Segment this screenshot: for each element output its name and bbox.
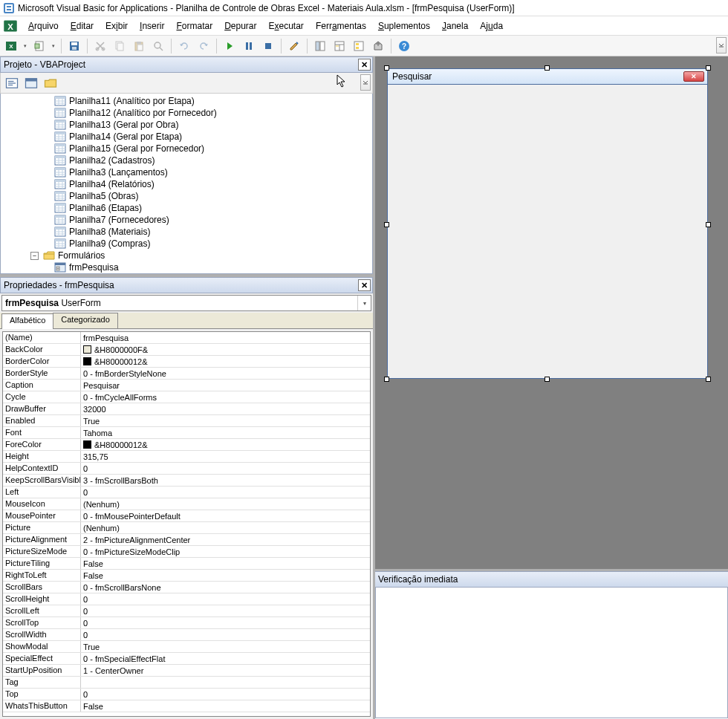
form-designer[interactable]: Pesquisar ✕ [375, 56, 728, 569]
menu-editar[interactable]: Editar [65, 19, 100, 33]
cut-icon[interactable] [92, 38, 108, 54]
tree-item[interactable]: Planilha5 (Obras) [1, 190, 372, 202]
property-row[interactable]: StartUpPosition1 - CenterOwner [3, 665, 370, 677]
menu-ajuda[interactable]: Ajuda [474, 19, 509, 33]
resize-handle[interactable] [384, 222, 389, 227]
property-row[interactable]: ScrollWidth0 [3, 629, 370, 641]
pause-icon[interactable] [241, 38, 257, 54]
menu-arquivo[interactable]: Arquivo [22, 19, 65, 33]
property-row[interactable]: WhatsThisButtonFalse [3, 700, 370, 712]
redo-icon[interactable] [195, 38, 212, 54]
tree-item[interactable]: −Formulários [1, 250, 372, 261]
object-browser-icon[interactable] [351, 38, 367, 54]
property-row[interactable]: Height315,75 [3, 451, 370, 463]
property-row[interactable]: ScrollHeight0 [3, 593, 370, 605]
view-object-icon[interactable] [23, 75, 39, 91]
menu-inserir[interactable]: Inserir [134, 19, 170, 33]
save-icon[interactable] [66, 38, 82, 54]
tab-categorized[interactable]: Categorizado [53, 313, 117, 328]
toolbox-icon[interactable] [370, 38, 386, 54]
resize-handle[interactable] [545, 65, 550, 71]
insert-item-icon[interactable] [31, 38, 48, 54]
property-row[interactable]: ScrollTop0 [3, 617, 370, 629]
resize-handle[interactable] [384, 377, 389, 382]
expander-icon[interactable]: − [30, 252, 39, 260]
property-row[interactable]: MousePointer0 - fmMousePointerDefault [3, 510, 370, 522]
property-row[interactable]: BackColor&H8000000F& [3, 344, 370, 356]
tree-item[interactable]: Planilha15 (Geral por Fornecedor) [1, 143, 372, 154]
excel-icon[interactable]: X [3, 19, 18, 33]
close-icon[interactable]: ✕ [358, 279, 371, 291]
userform-preview[interactable]: Pesquisar ✕ [387, 68, 708, 379]
undo-icon[interactable] [176, 38, 192, 54]
tree-item[interactable]: Planilha13 (Geral por Obra) [1, 119, 372, 131]
properties-object-selector[interactable]: frmPesquisa UserForm ▾ [1, 295, 371, 311]
paste-icon[interactable] [131, 38, 147, 54]
run-icon[interactable] [221, 38, 238, 54]
dropdown-arrow-icon[interactable]: ▾ [22, 43, 28, 49]
property-row[interactable]: (Name)frmPesquisa [3, 332, 370, 344]
tree-item[interactable]: Planilha14 (Geral por Etapa) [1, 131, 372, 143]
properties-grid[interactable]: (Name)frmPesquisaBackColor&H8000000F&Bor… [2, 331, 371, 717]
project-toolbar-overflow-icon[interactable] [360, 74, 371, 91]
menu-ferramentas[interactable]: Ferramentas [310, 19, 372, 33]
property-row[interactable]: ShowModalTrue [3, 641, 370, 653]
properties-window-icon[interactable] [331, 38, 348, 54]
toolbar-overflow-icon[interactable] [716, 37, 727, 53]
tree-item[interactable]: Planilha7 (Fornecedores) [1, 214, 372, 226]
property-row[interactable]: Picture(Nenhum) [3, 522, 370, 534]
close-icon[interactable]: ✕ [358, 59, 371, 71]
property-row[interactable]: Tag [3, 677, 370, 689]
tree-item[interactable]: Planilha12 (Analítico por Fornecedor) [1, 107, 372, 119]
close-icon[interactable]: ✕ [683, 71, 704, 82]
property-row[interactable]: Left0 [3, 487, 370, 498]
property-row[interactable]: FontTahoma [3, 427, 370, 439]
property-row[interactable]: HelpContextID0 [3, 463, 370, 475]
help-icon[interactable]: ? [396, 38, 412, 54]
tree-item[interactable]: Planilha2 (Cadastros) [1, 154, 372, 166]
dropdown-arrow-icon[interactable]: ▾ [357, 296, 371, 310]
tree-item[interactable]: Planilha6 (Etapas) [1, 202, 372, 214]
property-row[interactable]: ScrollLeft0 [3, 605, 370, 617]
property-row[interactable]: Top0 [3, 689, 370, 700]
tree-item[interactable]: Planilha8 (Materiais) [1, 226, 372, 238]
property-row[interactable]: PictureAlignment2 - fmPictureAlignmentCe… [3, 534, 370, 546]
tree-item[interactable]: Planilha9 (Compras) [1, 238, 372, 250]
property-row[interactable]: RightToLeftFalse [3, 570, 370, 582]
tree-item[interactable]: Planilha4 (Relatórios) [1, 178, 372, 190]
menu-depurar[interactable]: Depurar [218, 19, 262, 33]
tree-item[interactable]: Planilha11 (Analítico por Etapa) [1, 95, 372, 107]
property-row[interactable]: DrawBuffer32000 [3, 403, 370, 415]
project-explorer-icon[interactable] [312, 38, 328, 54]
menu-exibir[interactable]: Exibir [100, 19, 134, 33]
resize-handle[interactable] [706, 65, 711, 71]
menu-janela[interactable]: Janela [436, 19, 474, 33]
property-row[interactable]: EnabledTrue [3, 415, 370, 427]
resize-handle[interactable] [706, 222, 711, 227]
tree-item[interactable]: frmPesquisa [1, 261, 372, 273]
view-code-icon[interactable] [4, 75, 20, 91]
menu-executar[interactable]: Executar [263, 19, 310, 33]
resize-handle[interactable] [706, 377, 711, 382]
menu-suplementos[interactable]: Suplementos [372, 19, 436, 33]
design-mode-icon[interactable] [286, 38, 302, 54]
property-row[interactable]: BorderStyle0 - fmBorderStyleNone [3, 368, 370, 380]
userform-body[interactable] [387, 85, 708, 379]
copy-icon[interactable] [111, 38, 128, 54]
tab-alphabetic[interactable]: Alfabético [1, 313, 53, 329]
menu-formatar[interactable]: Formatar [170, 19, 218, 33]
stop-icon[interactable] [260, 38, 276, 54]
toggle-folders-icon[interactable] [42, 75, 59, 91]
property-row[interactable]: ScrollBars0 - fmScrollBarsNone [3, 582, 370, 593]
view-excel-icon[interactable]: X [3, 38, 19, 54]
dropdown-arrow-icon[interactable]: ▾ [51, 43, 56, 49]
property-row[interactable]: BorderColor&H80000012& [3, 356, 370, 368]
tree-item[interactable]: Planilha3 (Lançamentos) [1, 166, 372, 178]
find-icon[interactable] [150, 38, 166, 54]
property-row[interactable]: PictureTilingFalse [3, 558, 370, 570]
property-row[interactable]: PictureSizeMode0 - fmPictureSizeModeClip [3, 546, 370, 558]
property-row[interactable]: MouseIcon(Nenhum) [3, 498, 370, 510]
immediate-body[interactable] [375, 588, 728, 718]
property-row[interactable]: SpecialEffect0 - fmSpecialEffectFlat [3, 653, 370, 665]
property-row[interactable]: CaptionPesquisar [3, 380, 370, 391]
